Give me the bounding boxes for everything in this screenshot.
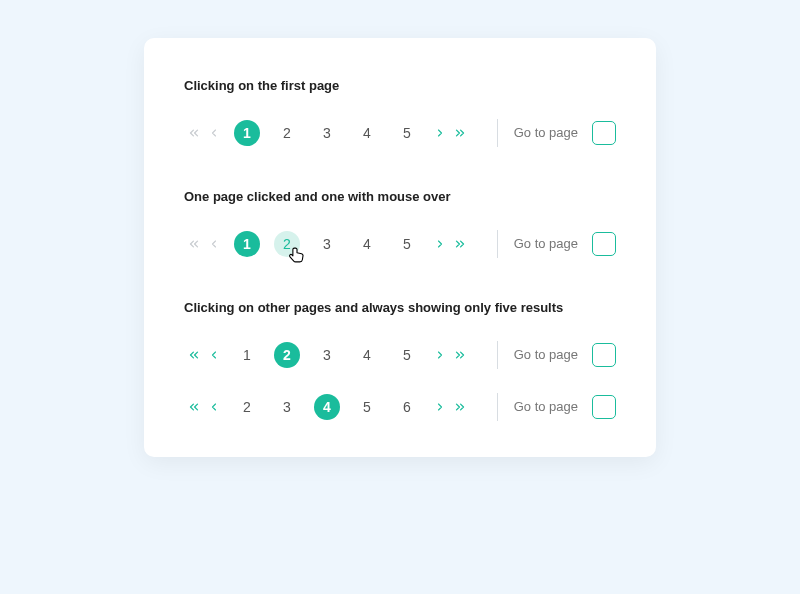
goto-label: Go to page [514, 236, 578, 251]
page-number[interactable]: 4 [354, 231, 380, 257]
pagination-row: 1 2 3 4 5 Go to page [184, 228, 616, 260]
section-title: Clicking on the first page [184, 78, 616, 95]
divider [497, 341, 498, 369]
chevron-right-icon [434, 348, 446, 362]
chevrons-right-icon [453, 126, 467, 140]
chevron-left-icon [208, 237, 220, 251]
chevrons-right-icon [453, 400, 467, 414]
chevrons-left-icon [187, 237, 201, 251]
goto-label: Go to page [514, 399, 578, 414]
divider [497, 393, 498, 421]
chevron-left-icon [208, 126, 220, 140]
section-title-text: Clicking on other pages and always showi… [184, 300, 495, 315]
page-number[interactable]: 3 [314, 231, 340, 257]
next-page-button[interactable] [430, 230, 450, 258]
demo-card: Clicking on the first page 1 2 3 4 5 [144, 38, 656, 457]
section-0: Clicking on the first page 1 2 3 4 5 [184, 78, 616, 149]
chevrons-right-icon [453, 348, 467, 362]
page-number[interactable]: 5 [394, 231, 420, 257]
page-number[interactable]: 4 [354, 342, 380, 368]
goto-label: Go to page [514, 347, 578, 362]
next-page-button[interactable] [430, 119, 450, 147]
goto-page-input[interactable] [592, 395, 616, 419]
chevron-right-icon [434, 237, 446, 251]
section-title: Clicking on other pages and always showi… [184, 300, 616, 317]
page-number[interactable]: 1 [234, 231, 260, 257]
section-1: One page clicked and one with mouse over… [184, 189, 616, 260]
page-number[interactable]: 3 [314, 342, 340, 368]
chevron-right-icon [434, 400, 446, 414]
chevron-right-icon [434, 126, 446, 140]
page-list: 1 2 3 4 5 [234, 342, 420, 368]
chevrons-left-icon [187, 126, 201, 140]
goto-page-input[interactable] [592, 343, 616, 367]
page-number[interactable]: 5 [394, 120, 420, 146]
page-number[interactable]: 3 [274, 394, 300, 420]
chevrons-right-icon [453, 237, 467, 251]
next-page-button[interactable] [430, 393, 450, 421]
page-number[interactable]: 2 [234, 394, 260, 420]
first-page-button[interactable] [184, 230, 204, 258]
goto-page-input[interactable] [592, 232, 616, 256]
prev-page-button[interactable] [204, 393, 224, 421]
page-number[interactable]: 4 [314, 394, 340, 420]
next-page-button[interactable] [430, 341, 450, 369]
prev-page-button[interactable] [204, 341, 224, 369]
chevrons-left-icon [187, 348, 201, 362]
page-number[interactable]: 2 [274, 342, 300, 368]
section-title-text: Clicking on the first page [184, 78, 339, 93]
pagination-row: 2 3 4 5 6 Go to page [184, 391, 616, 423]
first-page-button[interactable] [184, 393, 204, 421]
first-page-button[interactable] [184, 341, 204, 369]
page-number[interactable]: 5 [354, 394, 380, 420]
page-number[interactable]: 2 [274, 120, 300, 146]
last-page-button[interactable] [450, 341, 470, 369]
page-list: 1 2 3 4 5 [234, 120, 420, 146]
prev-page-button[interactable] [204, 230, 224, 258]
goto-group: Go to page [481, 341, 616, 369]
section-title: One page clicked and one with mouse over [184, 189, 616, 206]
section-title-text: One page clicked and one with mouse over [184, 189, 451, 204]
last-page-button[interactable] [450, 393, 470, 421]
divider [497, 230, 498, 258]
first-page-button[interactable] [184, 119, 204, 147]
section-2: Clicking on other pages and always showi… [184, 300, 616, 423]
page-number[interactable]: 6 [394, 394, 420, 420]
page-number[interactable]: 3 [314, 120, 340, 146]
page-number[interactable]: 4 [354, 120, 380, 146]
page-list: 1 2 3 4 5 [234, 231, 420, 257]
goto-group: Go to page [481, 230, 616, 258]
goto-label: Go to page [514, 125, 578, 140]
goto-group: Go to page [481, 119, 616, 147]
pagination-row: 1 2 3 4 5 Go to page [184, 117, 616, 149]
prev-page-button[interactable] [204, 119, 224, 147]
section-title-bold: five results [495, 300, 564, 315]
page-number[interactable]: 2 [274, 231, 300, 257]
chevron-left-icon [208, 348, 220, 362]
chevron-left-icon [208, 400, 220, 414]
chevrons-left-icon [187, 400, 201, 414]
page-number[interactable]: 1 [234, 120, 260, 146]
page-number[interactable]: 5 [394, 342, 420, 368]
goto-page-input[interactable] [592, 121, 616, 145]
page-number[interactable]: 1 [234, 342, 260, 368]
last-page-button[interactable] [450, 119, 470, 147]
pagination-row: 1 2 3 4 5 Go to page [184, 339, 616, 371]
goto-group: Go to page [481, 393, 616, 421]
page-list: 2 3 4 5 6 [234, 394, 420, 420]
divider [497, 119, 498, 147]
last-page-button[interactable] [450, 230, 470, 258]
